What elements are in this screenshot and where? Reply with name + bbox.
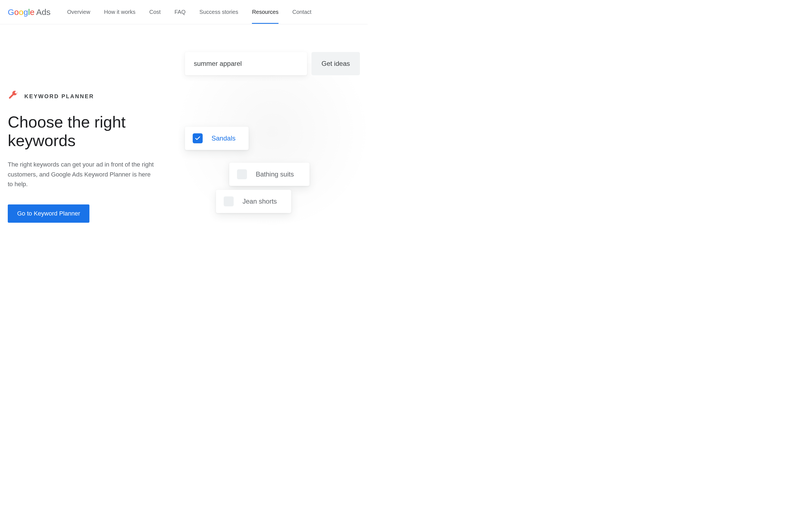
nav-resources[interactable]: Resources <box>252 1 278 23</box>
keyword-card-sandals[interactable]: Sandals <box>185 127 249 150</box>
search-row: summer apparel Get ideas <box>185 52 360 75</box>
checkbox-unchecked-icon[interactable] <box>224 196 234 206</box>
page-headline: Choose the right keywords <box>8 113 168 150</box>
google-ads-logo[interactable]: Google Ads <box>8 7 50 17</box>
nav-overview[interactable]: Overview <box>67 1 90 23</box>
nav-how-it-works[interactable]: How it works <box>104 1 135 23</box>
go-to-keyword-planner-button[interactable]: Go to Keyword Planner <box>8 205 89 223</box>
checkbox-checked-icon[interactable] <box>193 133 203 143</box>
nav-contact[interactable]: Contact <box>292 1 311 23</box>
get-ideas-button[interactable]: Get ideas <box>311 52 360 75</box>
eyebrow-row: KEYWORD PLANNER <box>8 91 168 102</box>
site-header: Google Ads Overview How it works Cost FA… <box>0 0 368 24</box>
nav-cost[interactable]: Cost <box>149 1 161 23</box>
hero-illustration: summer apparel Get ideas Sandals Bathing… <box>185 52 360 224</box>
primary-nav: Overview How it works Cost FAQ Success s… <box>67 1 311 23</box>
nav-faq[interactable]: FAQ <box>175 1 185 23</box>
checkbox-unchecked-icon[interactable] <box>237 169 247 179</box>
keyword-label: Sandals <box>212 134 236 142</box>
eyebrow-label: KEYWORD PLANNER <box>24 93 94 100</box>
keyword-card-jean-shorts[interactable]: Jean shorts <box>216 190 291 213</box>
hero-section: KEYWORD PLANNER Choose the right keyword… <box>0 24 368 240</box>
page-subtext: The right keywords can get your ad in fr… <box>8 159 157 189</box>
logo-google: Google <box>8 7 35 17</box>
keyword-label: Jean shorts <box>242 197 277 205</box>
keyword-label: Bathing suits <box>256 170 294 178</box>
nav-success-stories[interactable]: Success stories <box>199 1 238 23</box>
wrench-icon <box>8 91 18 102</box>
keyword-card-bathing-suits[interactable]: Bathing suits <box>229 163 310 186</box>
keyword-search-input[interactable]: summer apparel <box>185 52 307 75</box>
hero-copy: KEYWORD PLANNER Choose the right keyword… <box>8 52 168 224</box>
logo-suffix: Ads <box>36 7 51 17</box>
